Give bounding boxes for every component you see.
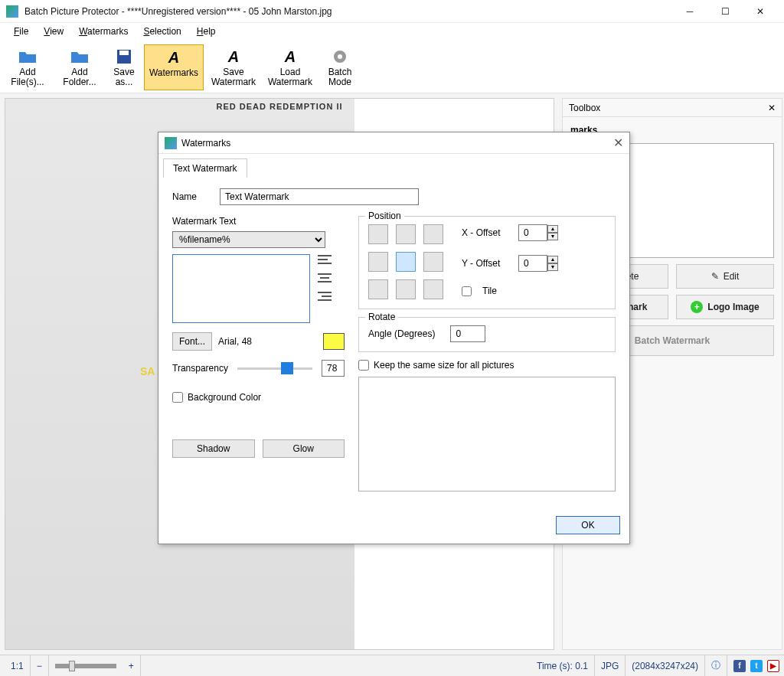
glow-button[interactable]: Glow xyxy=(263,439,345,458)
zoom-slider[interactable] xyxy=(55,664,116,668)
close-button[interactable]: ✕ xyxy=(743,0,778,23)
watermark-text-input[interactable] xyxy=(172,254,310,323)
svg-rect-1 xyxy=(119,51,129,55)
watermarks-button[interactable]: A Watermarks xyxy=(144,44,204,90)
pos-bc[interactable] xyxy=(396,279,416,299)
x-up-icon[interactable]: ▲ xyxy=(547,225,558,233)
load-watermark-button[interactable]: A Load Watermark xyxy=(263,44,317,90)
toolbox-close-icon[interactable]: ✕ xyxy=(768,103,776,113)
logo-image-label: Logo Image xyxy=(707,302,759,312)
minimize-button[interactable]: ─ xyxy=(672,0,707,23)
menu-selection[interactable]: Selection xyxy=(137,24,187,38)
add-folder-label: Add Folder... xyxy=(63,67,96,87)
facebook-icon[interactable]: f xyxy=(733,660,746,672)
menubar: File View Watermarks Selection Help xyxy=(0,23,784,40)
pos-tc[interactable] xyxy=(396,224,416,244)
shadow-button[interactable]: Shadow xyxy=(172,439,255,458)
align-right-icon[interactable] xyxy=(318,291,332,302)
add-folder-button[interactable]: Add Folder... xyxy=(55,44,104,90)
y-offset-spinner[interactable]: ▲▼ xyxy=(518,255,558,272)
maximize-button[interactable]: ☐ xyxy=(707,0,743,23)
add-files-button[interactable]: Add File(s)... xyxy=(3,44,52,90)
menu-view[interactable]: View xyxy=(38,24,70,38)
menu-watermarks[interactable]: Watermarks xyxy=(73,24,134,38)
dialog-titlebar[interactable]: Watermarks ✕ xyxy=(158,132,629,154)
name-input[interactable] xyxy=(220,188,419,205)
y-up-icon[interactable]: ▲ xyxy=(547,256,558,263)
image-logo-text: RED DEAD REDEMPTION II xyxy=(216,102,342,111)
pos-mr[interactable] xyxy=(423,252,443,272)
x-offset-input[interactable] xyxy=(518,224,547,241)
x-offset-spinner[interactable]: ▲▼ xyxy=(518,224,558,241)
save-as-label: Save as... xyxy=(113,67,134,87)
youtube-icon[interactable]: ▶ xyxy=(767,660,779,672)
rotate-label: Rotate xyxy=(365,312,398,322)
load-watermark-icon: A xyxy=(281,47,299,66)
transparency-value[interactable] xyxy=(322,360,345,377)
dialog-tabs: Text Watermark xyxy=(158,154,629,178)
status-format: JPG xyxy=(595,655,626,676)
zoom-out-button[interactable]: − xyxy=(31,655,49,676)
x-down-icon[interactable]: ▼ xyxy=(547,233,558,240)
color-swatch[interactable] xyxy=(323,333,345,350)
same-size-checkbox[interactable] xyxy=(358,360,369,371)
y-offset-input[interactable] xyxy=(518,255,547,272)
batch-mode-button[interactable]: Batch Mode xyxy=(320,44,360,90)
save-icon xyxy=(115,47,133,66)
preview-box xyxy=(358,377,616,491)
name-label: Name xyxy=(172,191,197,202)
edit-button[interactable]: ✎ Edit xyxy=(676,264,774,289)
transparency-slider[interactable] xyxy=(237,361,312,376)
font-button[interactable]: Font... xyxy=(172,332,212,351)
watermark-icon: A xyxy=(165,48,183,67)
font-description: Arial, 48 xyxy=(218,336,252,347)
zoom-in-button[interactable]: + xyxy=(122,655,141,676)
align-center-icon[interactable] xyxy=(318,273,332,283)
batch-mode-label: Batch Mode xyxy=(328,67,352,87)
save-as-button[interactable]: Save as... xyxy=(107,44,141,90)
menu-file[interactable]: File xyxy=(8,24,34,38)
toolbox-title: Toolbox xyxy=(569,103,600,113)
position-label: Position xyxy=(365,211,404,221)
edit-icon: ✎ xyxy=(711,271,719,282)
watermark-text-label: Watermark Text xyxy=(172,216,345,227)
position-grid xyxy=(368,224,443,299)
twitter-icon[interactable]: t xyxy=(750,660,763,672)
tab-text-watermark[interactable]: Text Watermark xyxy=(163,158,247,178)
toolbox-header: Toolbox ✕ xyxy=(563,99,782,117)
right-column: Position xyxy=(358,216,616,491)
menu-help[interactable]: Help xyxy=(191,24,222,38)
pos-mc[interactable] xyxy=(396,252,416,272)
tile-checkbox[interactable] xyxy=(462,286,472,296)
status-time: Time (s): 0.1 xyxy=(531,655,595,676)
align-left-icon[interactable] xyxy=(318,254,332,265)
position-fieldset: Position xyxy=(358,216,616,309)
status-dimensions: (2084x3247x24) xyxy=(626,655,705,676)
angle-label: Angle (Degrees) xyxy=(368,328,435,339)
pos-tl[interactable] xyxy=(368,224,388,244)
app-icon xyxy=(6,5,18,18)
zoom-label[interactable]: 1:1 xyxy=(5,655,31,676)
transparency-label: Transparency xyxy=(172,363,228,374)
save-watermark-label: Save Watermark xyxy=(211,67,256,87)
y-down-icon[interactable]: ▼ xyxy=(547,263,558,271)
pos-ml[interactable] xyxy=(368,252,388,272)
pos-bl[interactable] xyxy=(368,279,388,299)
watermark-sample-text: SA xyxy=(140,365,155,377)
dialog-title: Watermarks xyxy=(181,138,230,149)
window-title: Batch Picture Protector - ****Unregister… xyxy=(24,6,672,17)
watermarks-label: Watermarks xyxy=(149,68,198,78)
edit-label: Edit xyxy=(724,271,740,282)
preset-select[interactable]: %filename% xyxy=(172,231,325,248)
logo-image-button[interactable]: + Logo Image xyxy=(676,295,774,319)
info-icon[interactable]: ⓘ xyxy=(705,655,727,676)
x-offset-label: X - Offset xyxy=(462,227,508,238)
pos-br[interactable] xyxy=(423,279,443,299)
ok-button[interactable]: OK xyxy=(556,516,620,534)
pos-tr[interactable] xyxy=(423,224,443,244)
save-watermark-button[interactable]: A Save Watermark xyxy=(207,44,260,90)
angle-input[interactable] xyxy=(450,325,485,342)
background-color-checkbox[interactable] xyxy=(172,392,183,403)
dialog-close-icon[interactable]: ✕ xyxy=(613,136,623,150)
svg-point-3 xyxy=(338,54,342,59)
